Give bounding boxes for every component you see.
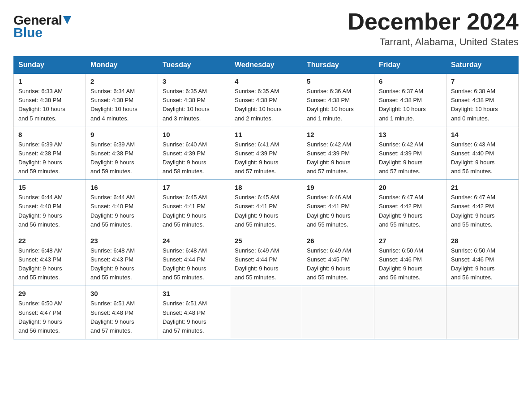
day-number: 21: [451, 184, 514, 191]
weekday-header-thursday: Thursday: [302, 56, 374, 74]
day-info: Sunrise: 6:44 AMSunset: 4:40 PMDaylight:…: [90, 193, 153, 229]
logo: General Blue: [13, 13, 71, 40]
calendar-cell: 6Sunrise: 6:37 AMSunset: 4:38 PMDaylight…: [374, 74, 446, 127]
day-number: 27: [379, 237, 442, 244]
day-info: Sunrise: 6:45 AMSunset: 4:41 PMDaylight:…: [163, 193, 225, 229]
location-title: Tarrant, Alabama, United States: [348, 36, 519, 48]
calendar-cell: 16Sunrise: 6:44 AMSunset: 4:40 PMDayligh…: [86, 180, 158, 233]
calendar-cell: 29Sunrise: 6:50 AMSunset: 4:47 PMDayligh…: [14, 286, 86, 339]
calendar-cell: 5Sunrise: 6:36 AMSunset: 4:38 PMDaylight…: [302, 74, 374, 127]
calendar-cell: 22Sunrise: 6:48 AMSunset: 4:43 PMDayligh…: [14, 233, 86, 286]
week-row-5: 29Sunrise: 6:50 AMSunset: 4:47 PMDayligh…: [14, 286, 519, 339]
title-block: December 2024 Tarrant, Alabama, United S…: [348, 9, 519, 48]
calendar-cell: 7Sunrise: 6:38 AMSunset: 4:38 PMDaylight…: [446, 74, 519, 127]
day-number: 5: [307, 77, 369, 85]
calendar-cell: 18Sunrise: 6:45 AMSunset: 4:41 PMDayligh…: [230, 180, 302, 233]
day-number: 2: [90, 77, 153, 85]
day-info: Sunrise: 6:47 AMSunset: 4:42 PMDaylight:…: [451, 193, 514, 229]
day-info: Sunrise: 6:35 AMSunset: 4:38 PMDaylight:…: [163, 87, 225, 123]
day-info: Sunrise: 6:47 AMSunset: 4:42 PMDaylight:…: [379, 193, 442, 229]
day-info: Sunrise: 6:44 AMSunset: 4:40 PMDaylight:…: [18, 193, 81, 229]
weekday-header-sunday: Sunday: [14, 56, 86, 74]
calendar-cell: 20Sunrise: 6:47 AMSunset: 4:42 PMDayligh…: [374, 180, 446, 233]
day-number: 18: [235, 184, 297, 191]
day-number: 17: [163, 184, 225, 191]
day-number: 30: [90, 290, 153, 297]
day-info: Sunrise: 6:33 AMSunset: 4:38 PMDaylight:…: [18, 87, 81, 123]
day-info: Sunrise: 6:37 AMSunset: 4:38 PMDaylight:…: [379, 87, 442, 123]
day-info: Sunrise: 6:39 AMSunset: 4:38 PMDaylight:…: [90, 140, 153, 176]
day-info: Sunrise: 6:38 AMSunset: 4:38 PMDaylight:…: [451, 87, 514, 123]
day-info: Sunrise: 6:39 AMSunset: 4:38 PMDaylight:…: [18, 140, 81, 176]
calendar-cell: 17Sunrise: 6:45 AMSunset: 4:41 PMDayligh…: [158, 180, 230, 233]
day-number: 23: [90, 237, 153, 244]
day-info: Sunrise: 6:35 AMSunset: 4:38 PMDaylight:…: [235, 87, 297, 123]
calendar-cell: 4Sunrise: 6:35 AMSunset: 4:38 PMDaylight…: [230, 74, 302, 127]
day-info: Sunrise: 6:49 AMSunset: 4:45 PMDaylight:…: [307, 246, 369, 283]
week-row-2: 8Sunrise: 6:39 AMSunset: 4:38 PMDaylight…: [14, 127, 519, 180]
day-info: Sunrise: 6:50 AMSunset: 4:46 PMDaylight:…: [451, 246, 514, 283]
week-row-1: 1Sunrise: 6:33 AMSunset: 4:38 PMDaylight…: [14, 74, 519, 127]
logo-arrow-icon: [63, 16, 71, 26]
calendar-cell: 8Sunrise: 6:39 AMSunset: 4:38 PMDaylight…: [14, 127, 86, 180]
calendar-cell: 19Sunrise: 6:46 AMSunset: 4:41 PMDayligh…: [302, 180, 374, 233]
svg-marker-0: [63, 16, 71, 24]
day-number: 9: [90, 131, 153, 138]
weekday-header-wednesday: Wednesday: [230, 56, 302, 74]
calendar-cell: [446, 286, 519, 339]
day-info: Sunrise: 6:49 AMSunset: 4:44 PMDaylight:…: [235, 246, 297, 283]
day-number: 15: [18, 184, 81, 191]
day-number: 12: [307, 131, 369, 138]
day-info: Sunrise: 6:42 AMSunset: 4:39 PMDaylight:…: [307, 140, 369, 176]
weekday-header-row: SundayMondayTuesdayWednesdayThursdayFrid…: [14, 56, 519, 74]
day-number: 25: [235, 237, 297, 244]
day-info: Sunrise: 6:50 AMSunset: 4:46 PMDaylight:…: [379, 246, 442, 283]
day-number: 3: [163, 77, 225, 85]
calendar-cell: 1Sunrise: 6:33 AMSunset: 4:38 PMDaylight…: [14, 74, 86, 127]
day-number: 4: [235, 77, 297, 85]
weekday-header-friday: Friday: [374, 56, 446, 74]
calendar-cell: 28Sunrise: 6:50 AMSunset: 4:46 PMDayligh…: [446, 233, 519, 286]
calendar-cell: 25Sunrise: 6:49 AMSunset: 4:44 PMDayligh…: [230, 233, 302, 286]
day-info: Sunrise: 6:50 AMSunset: 4:47 PMDaylight:…: [18, 299, 81, 335]
day-number: 11: [235, 131, 297, 138]
day-number: 19: [307, 184, 369, 191]
calendar-cell: 2Sunrise: 6:34 AMSunset: 4:38 PMDaylight…: [86, 74, 158, 127]
calendar-cell: 30Sunrise: 6:51 AMSunset: 4:48 PMDayligh…: [86, 286, 158, 339]
day-number: 10: [163, 131, 225, 138]
calendar-cell: 14Sunrise: 6:43 AMSunset: 4:40 PMDayligh…: [446, 127, 519, 180]
day-number: 20: [379, 184, 442, 191]
day-number: 14: [451, 131, 514, 138]
calendar-cell: [302, 286, 374, 339]
day-number: 26: [307, 237, 369, 244]
day-info: Sunrise: 6:36 AMSunset: 4:38 PMDaylight:…: [307, 87, 369, 123]
day-info: Sunrise: 6:45 AMSunset: 4:41 PMDaylight:…: [235, 193, 297, 229]
calendar-cell: 15Sunrise: 6:44 AMSunset: 4:40 PMDayligh…: [14, 180, 86, 233]
weekday-header-tuesday: Tuesday: [158, 56, 230, 74]
calendar-cell: 12Sunrise: 6:42 AMSunset: 4:39 PMDayligh…: [302, 127, 374, 180]
day-info: Sunrise: 6:48 AMSunset: 4:43 PMDaylight:…: [90, 246, 153, 283]
day-info: Sunrise: 6:34 AMSunset: 4:38 PMDaylight:…: [90, 87, 153, 123]
week-row-4: 22Sunrise: 6:48 AMSunset: 4:43 PMDayligh…: [14, 233, 519, 286]
day-info: Sunrise: 6:51 AMSunset: 4:48 PMDaylight:…: [90, 299, 153, 335]
day-info: Sunrise: 6:43 AMSunset: 4:40 PMDaylight:…: [451, 140, 514, 176]
day-number: 24: [163, 237, 225, 244]
logo-blue-text: Blue: [13, 25, 43, 40]
weekday-header-monday: Monday: [86, 56, 158, 74]
day-number: 7: [451, 77, 514, 85]
day-info: Sunrise: 6:48 AMSunset: 4:43 PMDaylight:…: [18, 246, 81, 283]
day-info: Sunrise: 6:42 AMSunset: 4:39 PMDaylight:…: [379, 140, 442, 176]
calendar-cell: [230, 286, 302, 339]
day-number: 22: [18, 237, 81, 244]
calendar-cell: 3Sunrise: 6:35 AMSunset: 4:38 PMDaylight…: [158, 74, 230, 127]
day-info: Sunrise: 6:51 AMSunset: 4:48 PMDaylight:…: [163, 299, 225, 335]
calendar-cell: 24Sunrise: 6:48 AMSunset: 4:44 PMDayligh…: [158, 233, 230, 286]
day-info: Sunrise: 6:46 AMSunset: 4:41 PMDaylight:…: [307, 193, 369, 229]
calendar-cell: 23Sunrise: 6:48 AMSunset: 4:43 PMDayligh…: [86, 233, 158, 286]
calendar-cell: [374, 286, 446, 339]
calendar-cell: 11Sunrise: 6:41 AMSunset: 4:39 PMDayligh…: [230, 127, 302, 180]
day-number: 13: [379, 131, 442, 138]
day-number: 6: [379, 77, 442, 85]
day-info: Sunrise: 6:41 AMSunset: 4:39 PMDaylight:…: [235, 140, 297, 176]
day-info: Sunrise: 6:48 AMSunset: 4:44 PMDaylight:…: [163, 246, 225, 283]
